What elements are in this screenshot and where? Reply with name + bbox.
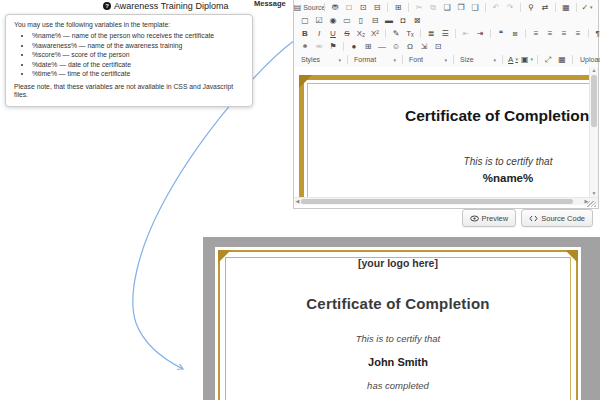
paste-icon[interactable]: ❏ (441, 2, 453, 13)
toolbar-separator (343, 42, 344, 51)
toolbar-separator (576, 3, 577, 12)
source-code-button-label: Source Code (541, 214, 585, 223)
source-code-button[interactable]: Source Code (521, 209, 593, 227)
templates-icon[interactable]: ⊞ (392, 2, 404, 13)
toolbar-separator (453, 55, 454, 64)
upload-file-button[interactable]: Upload File or Image (576, 56, 600, 63)
checkbox-icon[interactable]: ☑ (313, 15, 325, 26)
certificate-inner-border (307, 83, 590, 197)
special-char-icon[interactable]: Ω (404, 41, 416, 52)
subscript-icon[interactable]: X₂ (355, 28, 367, 39)
vertical-scrollbar-thumb[interactable] (591, 75, 597, 127)
numbered-list-icon[interactable]: ≣ (425, 28, 437, 39)
textarea-icon[interactable]: ▯ (355, 15, 367, 26)
div-container-icon[interactable]: ⧈ (509, 28, 521, 39)
format-combo[interactable]: Format▾ (351, 54, 399, 65)
maximize-icon[interactable]: ⤢ (542, 54, 554, 65)
horizontal-scrollbar-thumb[interactable] (301, 199, 573, 204)
copy-icon[interactable]: ⧉ (427, 2, 439, 13)
outdent-icon[interactable]: ⇤ (460, 28, 472, 39)
cut-icon[interactable]: ✂ (413, 2, 425, 13)
align-center-icon[interactable]: ≡ (544, 28, 556, 39)
toolbar-separator (385, 29, 386, 38)
replace-icon[interactable]: ⇄ (539, 2, 551, 13)
copy-formatting-icon[interactable]: ✎ (390, 28, 402, 39)
image-button-icon[interactable]: ◘ (397, 15, 409, 26)
align-left-icon[interactable]: ≡ (530, 28, 542, 39)
certificate-recipient-name: John Smith (215, 356, 581, 368)
iframe-icon[interactable]: ⊡ (432, 41, 444, 52)
remove-format-icon[interactable]: Tₓ (404, 28, 416, 39)
diploma-field-label-text: Awareness Training Diploma (114, 1, 228, 11)
select-all-icon[interactable]: ▦ (560, 2, 572, 13)
underline-icon[interactable]: U (327, 28, 339, 39)
page-break-icon[interactable]: ⇲ (418, 41, 430, 52)
bold-icon[interactable]: B (299, 28, 311, 39)
select-field-icon[interactable]: ⊟ (369, 15, 381, 26)
variables-list: %name% — name of the person who receives… (14, 32, 244, 78)
blockquote-icon[interactable]: ❝ (495, 28, 507, 39)
scroll-up-icon[interactable]: ▲ (590, 67, 598, 74)
save-icon[interactable]: ⛃ (329, 2, 341, 13)
superscript-icon[interactable]: X² (369, 28, 381, 39)
question-circle-icon[interactable]: ? (103, 2, 111, 10)
align-right-icon[interactable]: ≡ (558, 28, 570, 39)
anchor-icon[interactable]: ⚑ (327, 41, 339, 52)
text-field-icon[interactable]: ▭ (341, 15, 353, 26)
toolbar-separator (502, 55, 503, 64)
bg-color-icon[interactable]: ▣▾ (521, 54, 533, 65)
toolbar-separator (572, 55, 573, 64)
scroll-down-icon[interactable]: ▼ (590, 190, 598, 197)
align-justify-icon[interactable]: ≡ (572, 28, 584, 39)
find-icon[interactable]: ⚲ (525, 2, 537, 13)
logo-placeholder: [your logo here] (215, 257, 581, 269)
horizontal-line-icon[interactable]: — (376, 41, 388, 52)
variables-tooltip: You may use the following variables in t… (5, 14, 253, 107)
variable-item: %score% — score of the person (32, 51, 244, 59)
table-icon[interactable]: ⊞ (362, 41, 374, 52)
show-blocks-icon[interactable]: ▦ (556, 54, 568, 65)
hidden-field-icon[interactable]: ⊠ (411, 15, 423, 26)
bulleted-list-icon[interactable]: ☰ (439, 28, 451, 39)
eye-icon (470, 215, 479, 222)
vertical-scrollbar[interactable]: ▲ ▼ (589, 67, 598, 197)
new-page-icon[interactable]: □ (343, 2, 355, 13)
redo-icon[interactable]: ↷ (504, 2, 516, 13)
font-combo[interactable]: Font▾ (406, 54, 450, 65)
image-icon[interactable]: ● (348, 41, 360, 52)
preview-button[interactable]: Preview (462, 209, 517, 227)
toolbar-separator (555, 3, 556, 12)
spell-check-icon[interactable]: ✓▾ (581, 2, 593, 13)
template-name-token: %name% (483, 172, 534, 184)
form-icon[interactable]: ▢ (299, 15, 311, 26)
certificate-inner-border (225, 257, 571, 400)
toolbar-separator (520, 3, 521, 12)
toolbar-separator (387, 3, 388, 12)
indent-icon[interactable]: ⇥ (474, 28, 486, 39)
styles-combo[interactable]: Styles▾ (298, 54, 344, 65)
editor-resize-grip[interactable] (587, 201, 596, 207)
horizontal-scrollbar[interactable]: ◀ ▶ (294, 197, 598, 205)
radio-icon[interactable]: ◉ (327, 15, 339, 26)
size-combo[interactable]: Size▾ (457, 54, 499, 65)
certificate-template-canvas[interactable]: Certificate of Completion This is to cer… (294, 67, 590, 197)
scroll-left-icon[interactable]: ◀ (294, 198, 301, 205)
paste-word-icon[interactable]: ❑ (469, 2, 481, 13)
smiley-icon[interactable]: ☺ (390, 41, 402, 52)
toolbar-separator (588, 29, 589, 38)
editor-content-area[interactable]: Certificate of Completion This is to cer… (294, 67, 598, 197)
unlink-icon[interactable]: ⚮ (313, 41, 325, 52)
button-icon[interactable]: ▬ (383, 15, 395, 26)
italic-icon[interactable]: I (313, 28, 325, 39)
template-certify-line: This is to certify that (464, 156, 553, 167)
undo-icon[interactable]: ↶ (490, 2, 502, 13)
preview-icon[interactable]: ⊡ (357, 2, 369, 13)
template-heading: Certificate of Completion (405, 107, 589, 125)
paste-text-icon[interactable]: ❐ (455, 2, 467, 13)
link-icon[interactable]: ⚭ (299, 41, 311, 52)
print-icon[interactable]: ⊟ (371, 2, 383, 13)
bidi-ltr-icon[interactable]: ¶‹ (593, 28, 600, 39)
strike-icon[interactable]: S (341, 28, 353, 39)
source-button[interactable]: ▤Source (299, 2, 320, 13)
text-color-icon[interactable]: A▾ (507, 54, 519, 65)
